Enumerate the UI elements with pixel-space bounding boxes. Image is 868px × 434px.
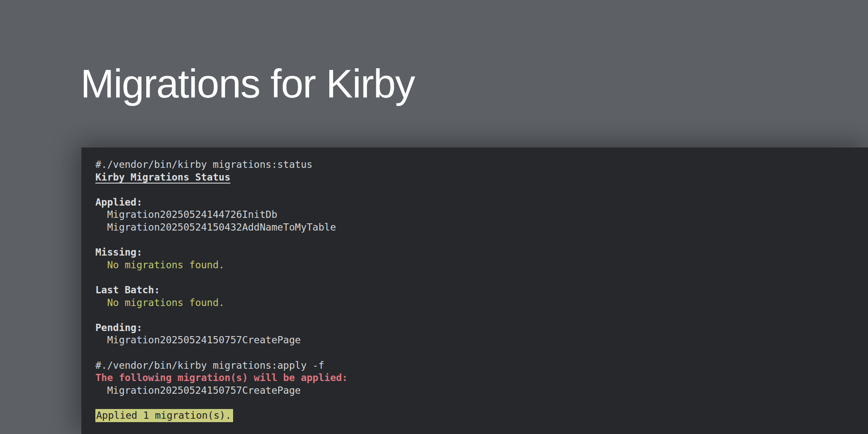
terminal-panel: #./vendor/bin/kirby migrations:statusKir…: [81, 147, 868, 434]
terminal-line-text: Migration20250524150757CreatePage: [95, 334, 301, 345]
terminal-line: Last Batch:: [95, 284, 851, 297]
terminal-line: Migration20250524150757CreatePage: [95, 384, 851, 397]
terminal-line: [95, 397, 851, 409]
terminal-line-text: Applied:: [95, 197, 142, 208]
terminal-line-text: Pending:: [95, 322, 142, 333]
terminal-line-text: Migration20250524150757CreatePage: [95, 385, 301, 396]
terminal-line-text: Missing:: [95, 247, 142, 258]
terminal-line: Migration20250524150432AddNameToMyTable: [95, 221, 851, 234]
terminal-line-text: #./vendor/bin/kirby migrations:status: [95, 159, 312, 170]
terminal-line-text: Kirby Migrations Status: [95, 172, 231, 183]
terminal-line-text: #./vendor/bin/kirby migrations:apply -f: [95, 360, 324, 371]
terminal-line: #./vendor/bin/kirby migrations:status: [95, 159, 851, 171]
terminal-line: No migrations found.: [95, 297, 851, 309]
terminal-line-text: The following migration(s) will be appli…: [95, 372, 348, 383]
page-title: Migrations for Kirby: [81, 64, 415, 104]
terminal-line: Pending:: [95, 322, 851, 334]
terminal-line: Migration20250524150757CreatePage: [95, 334, 851, 347]
terminal-line: Applied:: [95, 196, 851, 209]
terminal-line: [95, 184, 851, 196]
terminal-line: Applied 1 migration(s).: [95, 409, 851, 422]
terminal-line: The following migration(s) will be appli…: [95, 372, 851, 384]
terminal-line: Kirby Migrations Status: [95, 171, 851, 184]
terminal-output: #./vendor/bin/kirby migrations:statusKir…: [81, 147, 868, 422]
terminal-line: #./vendor/bin/kirby migrations:apply -f: [95, 359, 851, 372]
terminal-line: Migration20250524144726InitDb: [95, 209, 851, 221]
terminal-line-text: Last Batch:: [95, 284, 160, 295]
terminal-line: No migrations found.: [95, 259, 851, 272]
page: Migrations for Kirby #./vendor/bin/kirby…: [0, 0, 868, 434]
terminal-line-text: Applied 1 migration(s).: [95, 409, 233, 422]
terminal-line: [95, 234, 851, 247]
terminal-line-text: Migration20250524150432AddNameToMyTable: [95, 222, 336, 233]
terminal-line: Missing:: [95, 246, 851, 259]
terminal-line-text: Migration20250524144726InitDb: [95, 209, 277, 220]
terminal-line-text: No migrations found.: [95, 297, 225, 308]
terminal-line: [95, 271, 851, 284]
terminal-line-text: No migrations found.: [95, 259, 225, 270]
terminal-line: [95, 347, 851, 359]
terminal-line: [95, 309, 851, 322]
